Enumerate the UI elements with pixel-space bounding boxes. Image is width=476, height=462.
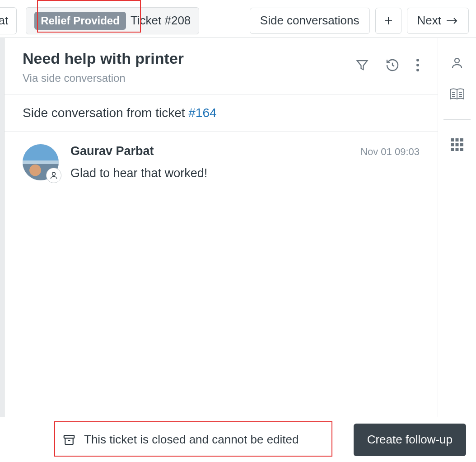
message-timestamp: Nov 01 09:03 <box>360 146 420 158</box>
side-conversations-button[interactable]: Side conversations <box>250 8 370 34</box>
svg-rect-6 <box>456 138 459 141</box>
avatar <box>23 144 59 180</box>
create-follow-up-label: Create follow-up <box>367 433 453 446</box>
message-body: Glad to hear that worked! <box>70 166 420 180</box>
filter-button[interactable] <box>355 58 369 72</box>
svg-rect-9 <box>456 143 459 146</box>
kebab-icon <box>416 58 420 72</box>
history-icon <box>385 58 400 72</box>
filter-icon <box>355 58 369 72</box>
add-button[interactable] <box>375 8 401 34</box>
svg-point-1 <box>416 64 419 66</box>
avatar-badge <box>46 168 61 183</box>
tab-bar: bat Relief Provided Ticket #208 Side con… <box>0 0 476 38</box>
conversation-subtitle: Via side conversation <box>23 72 355 85</box>
svg-point-3 <box>52 172 56 175</box>
content-area: Need help with printer Via side conversa… <box>0 38 476 462</box>
book-icon <box>449 88 465 101</box>
footer-bar: This ticket is closed and cannot be edit… <box>0 417 476 462</box>
apps-grid-icon <box>450 138 464 151</box>
origin-ticket-link[interactable]: #164 <box>188 106 216 120</box>
tab-previous-partial[interactable]: bat <box>0 7 17 34</box>
tab-active[interactable]: Relief Provided Ticket #208 <box>26 7 199 34</box>
svg-rect-11 <box>451 148 454 151</box>
user-icon <box>450 56 464 70</box>
rail-divider <box>443 119 471 120</box>
tab-previous-label: bat <box>0 14 8 28</box>
closed-notice: This ticket is closed and cannot be edit… <box>54 433 299 447</box>
message-row: Gaurav Parbat Nov 01 09:03 Glad to hear … <box>5 132 438 193</box>
svg-rect-13 <box>460 148 463 151</box>
main-panel: Need help with printer Via side conversa… <box>5 38 438 462</box>
arrow-right-icon <box>446 17 458 24</box>
tab-active-label: Ticket #208 <box>131 14 191 28</box>
next-label: Next <box>417 14 441 28</box>
create-follow-up-button[interactable]: Create follow-up <box>354 424 466 456</box>
svg-point-2 <box>416 69 419 71</box>
more-button[interactable] <box>416 58 420 72</box>
status-pill: Relief Provided <box>34 12 126 30</box>
svg-rect-10 <box>460 143 463 146</box>
svg-rect-8 <box>451 143 454 146</box>
person-icon <box>49 171 58 180</box>
rail-user-button[interactable] <box>450 56 464 70</box>
svg-rect-12 <box>456 148 459 151</box>
closed-text: This ticket is closed and cannot be edit… <box>84 433 299 447</box>
svg-point-4 <box>455 58 459 63</box>
svg-rect-5 <box>451 138 454 141</box>
plus-icon <box>383 15 394 26</box>
archive-icon <box>62 433 76 447</box>
history-button[interactable] <box>385 58 400 72</box>
side-conversations-label: Side conversations <box>260 14 359 28</box>
conversation-title: Need help with printer <box>23 50 355 67</box>
origin-strip: Side conversation from ticket #164 <box>5 95 438 132</box>
right-rail <box>438 38 476 462</box>
conversation-header: Need help with printer Via side conversa… <box>5 38 438 95</box>
message-author: Gaurav Parbat <box>70 144 154 158</box>
svg-rect-7 <box>460 138 463 141</box>
rail-apps-button[interactable] <box>450 138 464 151</box>
next-button[interactable]: Next <box>407 8 469 34</box>
rail-knowledge-button[interactable] <box>449 88 465 101</box>
svg-rect-14 <box>64 435 75 438</box>
origin-prefix: Side conversation from ticket <box>23 106 188 120</box>
svg-point-0 <box>416 59 419 61</box>
left-gutter <box>0 38 5 462</box>
